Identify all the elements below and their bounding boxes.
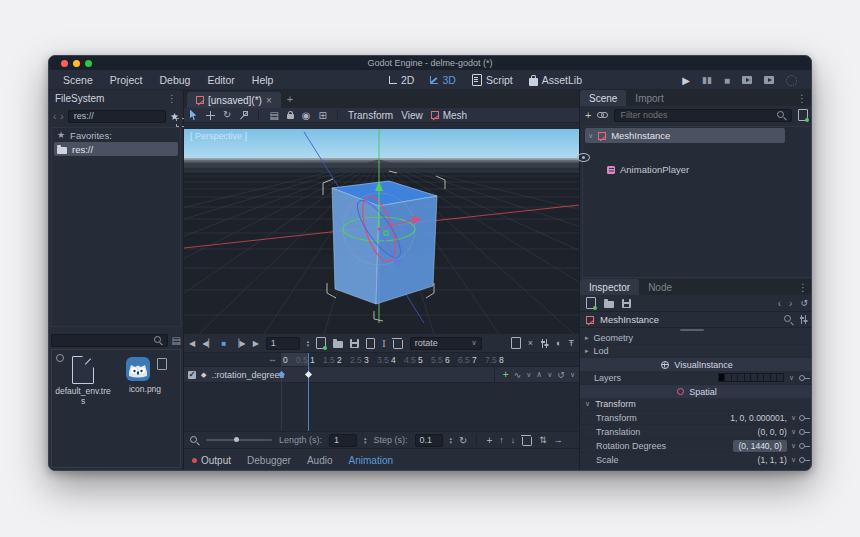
play-from-start-button[interactable]: ▕▶ xyxy=(233,339,245,348)
track-enabled-checkbox[interactable]: ✓ xyxy=(188,371,196,379)
menu-debug[interactable]: Debug xyxy=(159,74,190,86)
step-field[interactable]: 0.1 xyxy=(415,434,443,447)
transform-menu[interactable]: Transform xyxy=(348,110,393,121)
interpolation-dropdown[interactable]: ∨ xyxy=(526,371,531,379)
length-field[interactable]: 1 xyxy=(329,434,357,447)
inspector-menu-button[interactable]: ⋮ xyxy=(798,282,808,293)
property-translation[interactable]: Translation (0, 0, 0) ∨ xyxy=(580,425,812,439)
layers-grid-widget[interactable] xyxy=(718,373,784,382)
add-node-button[interactable]: + xyxy=(585,109,591,121)
workspace-script-button[interactable]: Script xyxy=(472,74,513,86)
snap-toggle-button[interactable]: ⊞ xyxy=(319,110,327,121)
play-custom-scene-button[interactable] xyxy=(764,76,774,84)
workspace-2d-button[interactable]: 2D xyxy=(389,74,414,86)
file-icon-png[interactable]: icon.png xyxy=(116,356,174,394)
collapse-icon[interactable]: ∨ xyxy=(588,132,593,140)
section-lod[interactable]: ▸Lod xyxy=(580,345,812,358)
wrap-mode-button[interactable]: ∧ xyxy=(536,370,542,379)
visibility-toggle[interactable] xyxy=(577,153,590,162)
section-geometry[interactable]: ▸Geometry xyxy=(580,332,812,345)
loop-mode-button[interactable]: ↺ xyxy=(557,370,565,380)
favorites-row[interactable]: ★ Favorites: xyxy=(52,128,180,142)
pause-button[interactable]: ▮▮ xyxy=(702,75,712,85)
duplicate-animation-button[interactable] xyxy=(366,338,375,349)
track-rotation-degrees[interactable]: ✓ ◆ .:rotation_degrees + ∿ ∨ ∧ ∨ ↺ ∨ xyxy=(184,367,579,383)
scene-tab-unsaved[interactable]: [unsaved](*) × xyxy=(187,92,281,108)
group-selected-button[interactable]: ◉ xyxy=(302,110,311,121)
workspace-assetlib-button[interactable]: AssetLib xyxy=(529,74,582,86)
perspective-label[interactable]: [ Perspective ] xyxy=(190,131,247,141)
rotate-tool-button[interactable]: ↻ xyxy=(223,110,231,120)
tab-node[interactable]: Node xyxy=(639,279,681,295)
play-backwards-button[interactable]: ◀▏ xyxy=(202,339,214,348)
tab-inspector[interactable]: Inspector xyxy=(580,279,639,295)
move-tool-button[interactable] xyxy=(206,111,215,120)
menu-editor[interactable]: Editor xyxy=(207,74,234,86)
filesystem-search-input[interactable] xyxy=(51,334,168,347)
workspace-3d-button[interactable]: 3D xyxy=(430,74,455,86)
track-tools-button[interactable]: ⇅ xyxy=(539,435,547,445)
rename-animation-button[interactable]: I xyxy=(382,338,385,349)
move-track-up-button[interactable]: ↑ xyxy=(499,435,504,445)
section-transform[interactable]: ∨Transform xyxy=(580,398,812,411)
attach-script-button[interactable] xyxy=(798,109,808,121)
file-list-view-toggle[interactable]: ▤ xyxy=(172,335,181,346)
node-animationplayer[interactable]: AnimationPlayer xyxy=(585,162,809,177)
key-icon[interactable] xyxy=(799,442,810,449)
view-menu[interactable]: View xyxy=(401,110,423,121)
step-stepper[interactable]: ▴▾ xyxy=(450,436,453,444)
anim-time-field[interactable]: 1 xyxy=(266,337,300,350)
timeline-ruler[interactable]: ↔ 0 0.5 1 1.5 2 2.5 3 3.5 4 4.5 5 5.5 6 … xyxy=(184,353,579,367)
track-filter-button[interactable] xyxy=(540,339,549,348)
history-back-button[interactable]: ‹ xyxy=(778,298,781,309)
path-field[interactable] xyxy=(68,110,166,123)
delete-animation-button[interactable] xyxy=(393,340,403,349)
value-dropdown[interactable]: ∨ xyxy=(791,456,796,464)
anim-stop-button[interactable]: ■ xyxy=(221,339,226,348)
scene-dock-menu-button[interactable]: ⋮ xyxy=(797,93,807,104)
file-default-env[interactable]: default_env.tres xyxy=(54,356,112,406)
tab-import[interactable]: Import xyxy=(626,90,672,106)
value-dropdown[interactable]: ∨ xyxy=(791,442,796,450)
filter-nodes-input[interactable] xyxy=(614,109,792,122)
inspector-scrollbar[interactable] xyxy=(680,329,704,331)
animation-name-dropdown[interactable]: rotate ∨ xyxy=(410,337,482,350)
key-icon[interactable] xyxy=(799,374,810,381)
playhead[interactable] xyxy=(308,353,309,431)
timeline-zoom-slider[interactable] xyxy=(206,439,272,441)
tab-output[interactable]: Output xyxy=(192,455,231,466)
property-rotation-degrees[interactable]: Rotation Degrees (0, 1440, 0) ∨ xyxy=(580,439,812,453)
value-dropdown[interactable]: ∨ xyxy=(789,374,794,382)
value-dropdown[interactable]: ∨ xyxy=(791,428,796,436)
node-meshinstance[interactable]: ∨ MeshInstance xyxy=(585,128,785,143)
load-resource-button[interactable] xyxy=(604,301,614,308)
nav-forward-button[interactable]: › xyxy=(60,111,63,122)
filesystem-menu-button[interactable]: ⋮ xyxy=(167,93,177,104)
nav-back-button[interactable]: ‹ xyxy=(53,111,56,122)
add-key-button[interactable]: + xyxy=(503,369,509,380)
lock-selected-button[interactable] xyxy=(287,111,294,120)
remove-track-button[interactable] xyxy=(522,437,532,446)
onion-skinning-button[interactable]: ◐ xyxy=(556,338,561,348)
new-resource-button[interactable] xyxy=(586,297,596,309)
key-icon[interactable] xyxy=(799,414,810,421)
menu-scene[interactable]: Scene xyxy=(63,74,93,86)
wrap-dropdown[interactable]: ∨ xyxy=(547,371,552,379)
select-tool-button[interactable] xyxy=(190,110,198,121)
stop-button[interactable]: ■ xyxy=(724,75,730,86)
play-backwards-from-end-button[interactable]: ◀ xyxy=(189,339,195,348)
history-forward-button[interactable]: › xyxy=(789,298,792,309)
anim-play-button[interactable]: ▶ xyxy=(253,339,259,348)
play-button[interactable]: ▶ xyxy=(682,75,690,86)
add-track-button[interactable]: + xyxy=(486,435,492,446)
object-history-button[interactable]: ↺ xyxy=(800,298,808,308)
length-stepper[interactable]: ▴▾ xyxy=(364,436,367,444)
filter-properties-icon[interactable] xyxy=(784,315,793,324)
new-animation-button[interactable] xyxy=(316,337,326,349)
loop-animation-button[interactable]: ↻ xyxy=(459,435,467,446)
instance-scene-button[interactable] xyxy=(597,112,608,119)
scale-tool-button[interactable] xyxy=(239,111,248,120)
tab-audio[interactable]: Audio xyxy=(307,455,333,466)
goto-next-step-button[interactable]: → xyxy=(554,435,563,445)
key-icon[interactable] xyxy=(799,428,810,435)
